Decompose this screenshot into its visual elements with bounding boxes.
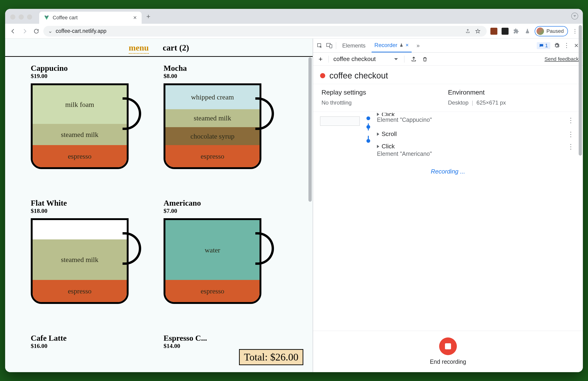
cup-layer: whipped cream xyxy=(165,85,259,109)
end-recording-button[interactable] xyxy=(439,338,457,355)
product-price: $18.00 xyxy=(31,207,154,215)
product-name: Mocha xyxy=(164,64,287,73)
expand-icon[interactable] xyxy=(377,133,379,136)
step-subtitle: Element "Americano" xyxy=(377,150,561,157)
close-tab-icon[interactable]: ✕ xyxy=(133,15,137,20)
settings-icon[interactable] xyxy=(553,42,560,49)
step-thumbnail xyxy=(320,117,360,126)
product-price: $8.00 xyxy=(164,73,287,80)
dropdown-icon[interactable] xyxy=(394,58,398,60)
scrollbar[interactable] xyxy=(579,39,582,156)
flask-icon[interactable] xyxy=(524,28,531,35)
flask-icon xyxy=(399,43,403,47)
browser-tab[interactable]: Coffee cart ✕ xyxy=(39,12,142,24)
close-panel-icon[interactable]: ✕ xyxy=(405,43,409,48)
cup-layer: espresso xyxy=(33,280,127,302)
share-icon[interactable] xyxy=(465,29,470,34)
reload-button[interactable] xyxy=(32,27,41,36)
profile-chip[interactable]: Paused xyxy=(535,26,568,36)
product-card[interactable]: Mocha$8.00espressochocolate syrupsteamed… xyxy=(164,64,287,192)
messages-chip[interactable]: 1 xyxy=(537,42,550,49)
tab-strip: Coffee cart ✕ + xyxy=(5,9,583,24)
recorder-steps: Click Element "Cappucino" ⋮ Scroll ⋮ Cli… xyxy=(313,112,583,331)
recorder-footer: End recording xyxy=(313,331,583,372)
window-controls[interactable] xyxy=(9,14,35,24)
product-price: $19.00 xyxy=(31,73,154,80)
cup-layer: steamed milk xyxy=(33,240,127,280)
nav-menu[interactable]: menu xyxy=(129,43,149,54)
recorder-step[interactable]: Scroll ⋮ xyxy=(320,128,576,140)
cup-layer: steamed milk xyxy=(33,124,127,145)
devtools-tabs: Elements Recorder ✕ » 1 ⋮ ✕ xyxy=(313,39,583,53)
site-info-icon[interactable]: ⌄ xyxy=(48,28,52,34)
profile-label: Paused xyxy=(546,28,564,34)
nav-bar: ⌄ coffee-cart.netlify.app Paused ⋮ xyxy=(5,24,583,39)
recording-title: coffee checkout xyxy=(329,71,388,80)
extensions xyxy=(489,28,532,35)
content: menu cart (2) Cappucino$19.00espressoste… xyxy=(5,39,583,372)
back-button[interactable] xyxy=(8,27,18,36)
recorder-settings: Replay settings No throttling Environmen… xyxy=(313,84,583,112)
step-menu-icon[interactable]: ⋮ xyxy=(566,117,576,124)
cup-layer: milk foam xyxy=(33,85,127,124)
forward-button[interactable] xyxy=(20,27,29,36)
cup-layer xyxy=(33,220,127,240)
recorder-step[interactable]: Click Element "Cappucino" ⋮ xyxy=(320,114,576,128)
cup-graphic: espressosteamed milk xyxy=(31,218,140,304)
address-bar[interactable]: ⌄ coffee-cart.netlify.app xyxy=(43,26,487,37)
product-price: $7.00 xyxy=(164,207,287,215)
bookmark-icon[interactable] xyxy=(475,28,481,34)
nav-cart[interactable]: cart (2) xyxy=(163,43,189,54)
cup-layer: chocolate syrup xyxy=(165,127,259,145)
product-price: $14.00 xyxy=(164,342,287,350)
total-box[interactable]: Total: $26.00 xyxy=(239,349,303,365)
chrome-menu-button[interactable]: ⋮ xyxy=(570,27,580,36)
add-recording-button[interactable]: + xyxy=(317,56,324,62)
recording-status: Recording ... xyxy=(320,168,576,175)
tab-recorder[interactable]: Recorder ✕ xyxy=(372,39,412,52)
extension-icon[interactable] xyxy=(502,28,508,35)
environment-title: Environment xyxy=(448,89,574,96)
step-menu-icon[interactable]: ⋮ xyxy=(566,130,576,138)
step-subtitle: Element "Cappucino" xyxy=(377,117,561,123)
extension-icon[interactable] xyxy=(490,28,497,35)
device-toggle-icon[interactable] xyxy=(326,42,333,49)
timeline-dot-icon xyxy=(366,117,370,120)
coffee-app: menu cart (2) Cappucino$19.00espressoste… xyxy=(5,39,313,372)
vue-favicon-icon xyxy=(44,15,49,20)
delete-icon[interactable] xyxy=(422,56,428,62)
cup-graphic: espressowater xyxy=(164,218,273,304)
devtools: Elements Recorder ✕ » 1 ⋮ ✕ + xyxy=(313,39,583,372)
inspect-icon[interactable] xyxy=(316,42,323,49)
product-name: Espresso C... xyxy=(164,334,287,342)
scrollbar[interactable] xyxy=(308,57,312,202)
devtools-menu-icon[interactable]: ⋮ xyxy=(563,42,570,49)
recorder-step[interactable]: Click Element "Americano" ⋮ xyxy=(320,140,576,160)
replay-settings-title: Replay settings xyxy=(321,89,448,96)
cup-graphic: espressochocolate syrupsteamed milkwhipp… xyxy=(164,83,273,170)
product-price: $16.00 xyxy=(31,342,154,350)
step-menu-icon[interactable]: ⋮ xyxy=(566,143,576,150)
avatar-icon xyxy=(537,27,544,35)
cup-layer: espresso xyxy=(165,280,259,302)
product-name: Americano xyxy=(164,199,287,207)
tab-elements[interactable]: Elements xyxy=(339,39,368,52)
more-tabs-icon[interactable]: » xyxy=(415,42,421,49)
product-card[interactable]: Americano$7.00espressowater xyxy=(164,199,287,327)
expand-icon[interactable] xyxy=(377,145,379,148)
product-card[interactable]: Cappucino$19.00espressosteamed milkmilk … xyxy=(31,64,154,192)
throttling-value[interactable]: No throttling xyxy=(321,100,352,106)
record-indicator-icon xyxy=(320,73,325,78)
expand-icon[interactable] xyxy=(377,113,379,116)
export-icon[interactable] xyxy=(410,56,417,62)
product-card[interactable]: Flat White$18.00espressosteamed milk xyxy=(31,199,154,327)
tab-dropdown-icon[interactable] xyxy=(571,13,578,20)
app-nav: menu cart (2) xyxy=(5,39,313,57)
recording-name[interactable]: coffee checkout xyxy=(333,55,389,63)
send-feedback-link[interactable]: Send feedback xyxy=(545,56,579,62)
new-tab-button[interactable]: + xyxy=(146,13,150,20)
timeline-dot-icon xyxy=(366,139,370,143)
product-card[interactable]: Cafe Latte$16.00 xyxy=(31,334,154,372)
puzzle-icon[interactable] xyxy=(513,28,520,35)
product-name: Cafe Latte xyxy=(31,334,154,342)
